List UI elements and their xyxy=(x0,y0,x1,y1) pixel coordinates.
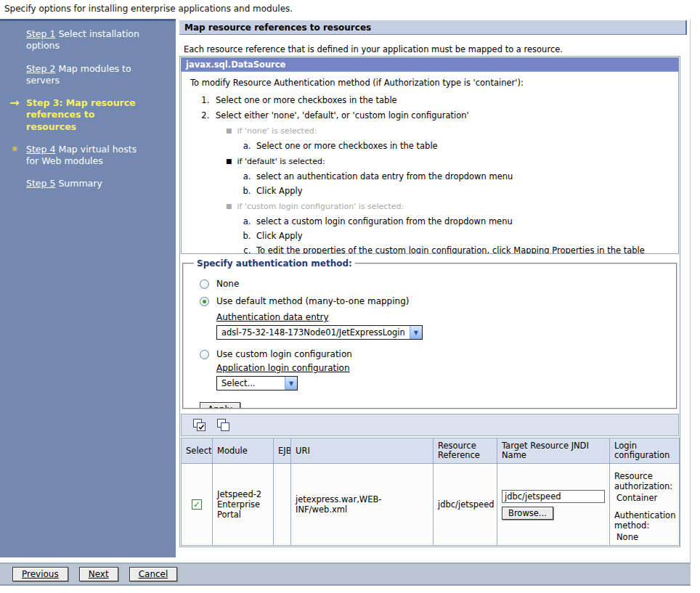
col-header-resource-reference: Resource Reference xyxy=(434,438,497,464)
wizard-page: Specify options for installing enterpris… xyxy=(0,0,700,593)
auth-none-radio[interactable] xyxy=(200,279,209,289)
instruction-step-1: Select one or more checkboxes in the tab… xyxy=(212,95,670,105)
auth-custom-label: Use custom login configuration xyxy=(216,349,352,359)
custom-option-header: if 'custom login configuration' is selec… xyxy=(226,202,670,212)
table-toolbar xyxy=(181,414,679,436)
sidebar-item-step5[interactable]: Step 5 Summary xyxy=(26,178,141,189)
col-header-select: Select xyxy=(182,438,213,464)
dropdown-arrow-icon[interactable]: ▼ xyxy=(285,377,297,390)
resource-authorization-value: Container xyxy=(616,493,675,503)
auth-data-entry-select[interactable]: adsl-75-32-148-173Node01/JetExpressLogin… xyxy=(216,325,423,340)
select-cell: ✓ xyxy=(182,464,213,546)
auth-data-entry-selected-value: adsl-75-32-148-173Node01/JetExpressLogin xyxy=(217,327,410,338)
ejb-cell xyxy=(274,464,291,546)
custom-option-a: select a custom login configuration from… xyxy=(253,216,670,226)
row-checkbox-checked[interactable]: ✓ xyxy=(192,499,202,510)
custom-option-b: Click Apply xyxy=(253,231,670,241)
table-row: ✓ Jetspeed-2 Enterprise Portal jetexpres… xyxy=(182,464,680,546)
login-configuration-cell: Resource authorization: Container Authen… xyxy=(610,464,680,546)
table-header-row: Select Module EJB URI Resource Reference… xyxy=(182,438,680,464)
auth-none-label: None xyxy=(216,279,239,289)
next-button[interactable]: Next xyxy=(79,567,118,581)
default-option-b: Click Apply xyxy=(253,186,670,196)
authentication-method-label: Authentication method: xyxy=(614,510,675,531)
step1-link[interactable]: Step 1 xyxy=(26,28,55,39)
select-all-icon[interactable] xyxy=(192,417,208,433)
step5-label: Summary xyxy=(58,178,102,189)
auth-data-entry-label: Authentication data entry xyxy=(216,312,328,322)
custom-option-c: To edit the properties of the custom log… xyxy=(253,245,670,254)
none-option-a: Select one or more checkboxes in the tab… xyxy=(253,141,670,151)
instructions-box: To modify Resource Authentication method… xyxy=(181,71,679,254)
dropdown-arrow-icon[interactable]: ▼ xyxy=(410,326,422,339)
wizard-steps-sidebar: Step 1 Select installation options Step … xyxy=(0,19,176,557)
page-instruction-text: Specify options for installing enterpris… xyxy=(4,4,293,14)
browse-button[interactable]: Browse... xyxy=(502,507,553,520)
check-icon: ✓ xyxy=(193,499,200,510)
main-content: Map resource references to resources Eac… xyxy=(176,19,700,557)
jndi-name-input[interactable] xyxy=(502,490,605,503)
uri-cell: jetexpress.war,WEB-INF/web.xml xyxy=(291,464,434,546)
instruction-step-2: Select either 'none', 'default', or 'cus… xyxy=(212,110,670,254)
target-jndi-cell: Browse... xyxy=(497,464,610,546)
col-header-ejb: EJB xyxy=(274,438,291,464)
sidebar-item-step2[interactable]: Step 2 Map modules to servers xyxy=(26,63,141,87)
default-option-header: if 'default' is selected: xyxy=(226,157,670,167)
auth-default-radio[interactable] xyxy=(200,297,209,306)
cancel-button[interactable]: Cancel xyxy=(129,567,178,581)
current-step-arrow-icon: → xyxy=(6,96,23,111)
deselect-all-icon[interactable] xyxy=(216,417,232,433)
step3-label: Step 3: Map resource references to resou… xyxy=(26,97,136,132)
module-cell: Jetspeed-2 Enterprise Portal xyxy=(213,464,274,546)
datasource-panel: javax.sql.DataSource To modify Resource … xyxy=(179,56,680,547)
resource-authorization-label: Resource authorization: xyxy=(614,471,675,491)
authentication-method-value: None xyxy=(616,532,675,542)
instructions-list: Select one or more checkboxes in the tab… xyxy=(212,95,670,254)
col-header-uri: URI xyxy=(291,438,434,464)
wizard-footer-bar: Previous Next Cancel xyxy=(0,563,691,586)
auth-default-label: Use default method (many-to-one mapping) xyxy=(216,296,409,306)
sidebar-item-step4[interactable]: ✷ Step 4 Map virtual hosts for Web modul… xyxy=(26,144,141,168)
apply-button[interactable]: Apply xyxy=(200,402,240,409)
sidebar-item-step1[interactable]: Step 1 Select installation options xyxy=(26,28,141,52)
section-header-datasource: javax.sql.DataSource xyxy=(181,57,679,71)
instructions-intro: To modify Resource Authentication method… xyxy=(190,78,670,88)
page-description: Each resource reference that is defined … xyxy=(184,44,563,54)
auth-custom-radio[interactable] xyxy=(200,350,209,359)
page-right-border xyxy=(690,19,691,563)
step4-star-icon: ✷ xyxy=(6,142,23,155)
previous-button[interactable]: Previous xyxy=(12,567,68,581)
app-login-config-label: Application login configuration xyxy=(216,363,350,373)
default-option-a: select an authentication data entry from… xyxy=(253,171,670,181)
col-header-module: Module xyxy=(213,438,274,464)
step5-link[interactable]: Step 5 xyxy=(26,178,55,189)
app-login-config-select[interactable]: Select... ▼ xyxy=(216,376,298,390)
auth-method-fieldset: Specify authentication method: None Use … xyxy=(182,258,677,409)
col-header-target-jndi: Target Resource JNDI Name xyxy=(497,438,610,464)
step2-link[interactable]: Step 2 xyxy=(26,63,55,74)
auth-method-legend: Specify authentication method: xyxy=(194,258,355,269)
step4-link[interactable]: Step 4 xyxy=(26,144,55,155)
resource-references-table: Select Module EJB URI Resource Reference… xyxy=(181,438,680,546)
sidebar-item-step3-current: → Step 3: Map resource references to res… xyxy=(26,97,141,133)
col-header-login-configuration: Login configuration xyxy=(610,438,680,464)
none-option-header: if 'none' is selected: xyxy=(226,126,670,136)
app-login-config-selected-value: Select... xyxy=(217,378,259,388)
page-title: Map resource references to resources xyxy=(179,20,687,35)
resource-reference-cell: jdbc/jetspeed xyxy=(434,464,497,546)
